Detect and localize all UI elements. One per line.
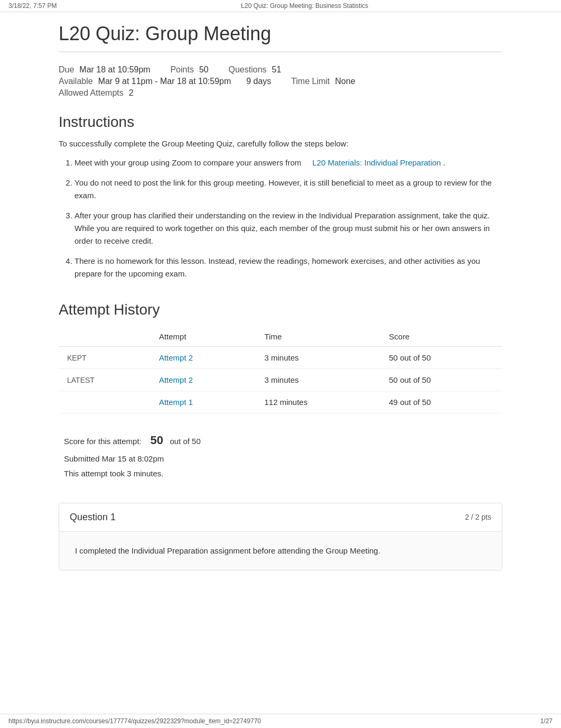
step1-text-after: . (443, 158, 445, 167)
row-attempt[interactable]: Attempt 1 (151, 391, 256, 413)
question-1-header: Question 1 2 / 2 pts (59, 503, 502, 532)
submitted-line: Submitted Mar 15 at 8:02pm (64, 451, 502, 467)
duration-line: This attempt took 3 minutes. (64, 466, 502, 482)
score-line: Score for this attempt: 50 out of 50 (64, 429, 502, 451)
row-time: 3 minutes (256, 347, 380, 369)
score-number: 50 (150, 434, 163, 447)
step4-text: There is no homework for this lesson. In… (74, 256, 480, 278)
meta-row-1: Due Mar 18 at 10:59pm Points 50 Question… (59, 65, 502, 75)
list-item: You do not need to post the link for thi… (74, 177, 502, 202)
browser-timestamp: 3/18/22, 7:57 PM (8, 2, 57, 10)
score-summary: Score for this attempt: 50 out of 50 Sub… (59, 429, 502, 482)
time-limit-value: None (335, 77, 355, 86)
meta-row-3: Allowed Attempts 2 (59, 88, 502, 98)
step3-text: After your group has clarified their und… (74, 211, 490, 245)
row-score: 50 out of 50 (380, 369, 502, 391)
question-1-body: I completed the Individual Preparation a… (59, 532, 502, 570)
page-title: L20 Quiz: Group Meeting (59, 23, 502, 52)
table-row: KEPTAttempt 23 minutes50 out of 50 (59, 347, 502, 369)
individual-preparation-link[interactable]: L20 Materials: Individual Preparation (312, 158, 441, 167)
row-score: 50 out of 50 (380, 347, 502, 369)
meta-row-2: Available Mar 9 at 11pm - Mar 18 at 10:5… (59, 77, 502, 86)
quiz-meta: Due Mar 18 at 10:59pm Points 50 Question… (59, 65, 502, 98)
list-item: There is no homework for this lesson. In… (74, 255, 502, 280)
attempt-history-section: Attempt History Attempt Time Score KEPTA… (59, 301, 502, 413)
table-header-row: Attempt Time Score (59, 327, 502, 347)
table-row: Attempt 1112 minutes49 out of 50 (59, 391, 502, 413)
question-1-box: Question 1 2 / 2 pts I completed the Ind… (59, 503, 502, 570)
points-label: Points (170, 65, 193, 75)
available-value: Mar 9 at 11pm - Mar 18 at 10:59pm (98, 77, 231, 86)
row-attempt[interactable]: Attempt 2 (151, 347, 256, 369)
available-duration: 9 days (246, 77, 271, 86)
instructions-intro: To successfully complete the Group Meeti… (59, 139, 502, 148)
questions-value: 51 (272, 65, 282, 75)
list-item: Meet with your group using Zoom to compa… (74, 156, 502, 169)
due-label: Due (59, 65, 74, 75)
row-attempt[interactable]: Attempt 2 (151, 369, 256, 391)
question-1-text: I completed the Individual Preparation a… (75, 545, 486, 557)
instructions-heading: Instructions (59, 114, 502, 131)
due-value: Mar 18 at 10:59pm (79, 65, 150, 75)
points-value: 50 (199, 65, 209, 75)
questions-label: Questions (228, 65, 266, 75)
time-limit-label: Time Limit (291, 77, 330, 86)
table-row: LATESTAttempt 23 minutes50 out of 50 (59, 369, 502, 391)
browser-page-title: L20 Quiz: Group Meeting: Business Statis… (57, 2, 553, 10)
list-item: After your group has clarified their und… (74, 209, 502, 247)
step2-text: You do not need to post the link for thi… (74, 178, 492, 200)
row-label: LATEST (59, 369, 151, 391)
attempt-table: Attempt Time Score KEPTAttempt 23 minute… (59, 327, 502, 413)
col-header-time: Time (256, 327, 380, 347)
page-container: L20 Quiz: Group Meeting Due Mar 18 at 10… (43, 12, 518, 602)
row-score: 49 out of 50 (380, 391, 502, 413)
instructions-list: Meet with your group using Zoom to compa… (59, 156, 502, 280)
allowed-attempts-value: 2 (129, 88, 134, 98)
col-header-label (59, 327, 151, 347)
attempt-history-heading: Attempt History (59, 301, 502, 318)
available-label: Available (59, 77, 93, 86)
col-header-attempt: Attempt (151, 327, 256, 347)
step1-text-before: Meet with your group using Zoom to compa… (74, 158, 301, 167)
row-label (59, 391, 151, 413)
browser-bar: 3/18/22, 7:57 PM L20 Quiz: Group Meeting… (0, 0, 561, 12)
question-1-pts: 2 / 2 pts (465, 513, 491, 521)
row-label: KEPT (59, 347, 151, 369)
score-label: Score for this attempt: (64, 437, 142, 446)
attempt-link[interactable]: Attempt 1 (159, 398, 193, 407)
row-time: 3 minutes (256, 369, 380, 391)
attempt-link[interactable]: Attempt 2 (159, 375, 193, 384)
question-1-title: Question 1 (70, 512, 116, 523)
col-header-score: Score (380, 327, 502, 347)
allowed-attempts-label: Allowed Attempts (59, 88, 124, 98)
score-max: out of 50 (170, 437, 200, 446)
row-time: 112 minutes (256, 391, 380, 413)
attempt-link[interactable]: Attempt 2 (159, 353, 193, 362)
